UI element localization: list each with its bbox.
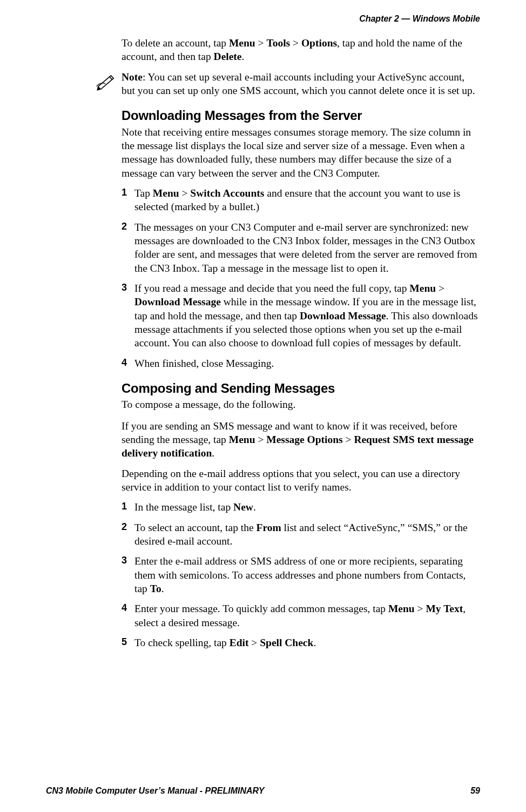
text: . — [212, 447, 214, 459]
text: If you read a message and decide that yo… — [134, 283, 409, 294]
bold-to: To — [150, 583, 161, 594]
list-item: 3 If you read a message and decide that … — [122, 281, 480, 350]
list-item: 4 When finished, close Messaging. — [122, 357, 480, 370]
bold-menu: Menu — [229, 37, 255, 49]
text: > — [436, 283, 444, 294]
bold-edit: Edit — [230, 637, 249, 648]
step-number: 1 — [122, 186, 127, 199]
list-item: 3 Enter the e-mail address or SMS addres… — [122, 554, 480, 595]
text: > — [179, 187, 191, 199]
bold-menu: Menu — [388, 603, 415, 614]
step-number: 4 — [122, 602, 127, 614]
delete-account-para: To delete an account, tap Menu > Tools >… — [122, 36, 480, 64]
text: To delete an account, tap — [122, 37, 229, 49]
text: In the message list, tap — [134, 501, 233, 513]
text: > — [255, 37, 267, 49]
text: > — [415, 603, 426, 614]
note-pencil-icon — [96, 72, 117, 95]
section2-intro: To compose a message, do the following. — [122, 398, 480, 411]
text: > — [248, 637, 260, 648]
section2-para2: If you are sending an SMS message and wa… — [122, 419, 480, 460]
list-item: 1 In the message list, tap New. — [122, 500, 480, 514]
text: To select an account, tap the — [134, 522, 257, 533]
text: > — [290, 37, 301, 49]
page-footer: CN3 Mobile Computer User’s Manual - PREL… — [46, 786, 480, 797]
bold-switch-accounts: Switch Accounts — [190, 187, 264, 199]
section1-intro: Note that receiving entire messages cons… — [122, 125, 480, 180]
page-content: To delete an account, tap Menu > Tools >… — [122, 35, 480, 656]
text: To check spelling, tap — [134, 637, 230, 648]
note-body: : You can set up several e-mail accounts… — [122, 71, 475, 96]
page-header: Chapter 2 — Windows Mobile — [359, 14, 480, 25]
list-item: 5 To check spelling, tap Edit > Spell Ch… — [122, 636, 480, 649]
text: . — [242, 51, 245, 62]
list-item: 1 Tap Menu > Switch Accounts and ensure … — [122, 186, 480, 214]
bold-menu: Menu — [153, 187, 179, 199]
list-item: 4 Enter your message. To quickly add com… — [122, 602, 480, 629]
list-item: 2 The messages on your CN3 Computer and … — [122, 220, 480, 275]
note-label: Note — [122, 71, 143, 83]
text: Enter your message. To quickly add commo… — [134, 603, 388, 614]
bold-tools: Tools — [266, 37, 290, 49]
text: Tap — [134, 187, 153, 199]
bold-menu: Menu — [409, 283, 436, 294]
text: The messages on your CN3 Computer and e-… — [134, 222, 477, 274]
bold-download-message: Download Message — [134, 296, 221, 307]
bold-spell-check: Spell Check — [260, 637, 313, 648]
note-text: Note: You can set up several e-mail acco… — [122, 70, 480, 98]
step-number: 3 — [122, 281, 127, 294]
step-number: 3 — [122, 554, 127, 567]
bold-new: New — [233, 501, 253, 513]
text: > — [343, 434, 354, 445]
bold-my-text: My Text — [426, 603, 463, 614]
step-number: 2 — [122, 220, 127, 233]
text: . — [313, 637, 316, 648]
text: > — [255, 434, 267, 445]
section1-list: 1 Tap Menu > Switch Accounts and ensure … — [122, 186, 480, 370]
page-number: 59 — [470, 786, 480, 797]
text: When finished, close Messaging. — [134, 358, 274, 369]
step-number: 5 — [122, 636, 127, 648]
bold-delete: Delete — [214, 51, 242, 62]
note-block: Note: You can set up several e-mail acco… — [122, 70, 480, 98]
step-number: 4 — [122, 357, 127, 369]
section-heading-downloading: Downloading Messages from the Server — [122, 107, 480, 124]
bold-message-options: Message Options — [266, 434, 342, 445]
text: . — [161, 583, 164, 594]
text: . — [253, 501, 256, 513]
footer-title: CN3 Mobile Computer User’s Manual - PREL… — [46, 786, 265, 797]
step-number: 1 — [122, 500, 127, 513]
chapter-label: Chapter 2 — Windows Mobile — [359, 14, 480, 23]
section2-para3: Depending on the e-mail address options … — [122, 467, 480, 494]
text: Enter the e-mail address or SMS address … — [134, 555, 466, 594]
section-heading-composing: Composing and Sending Messages — [122, 380, 480, 397]
bold-options: Options — [301, 37, 337, 49]
bold-from: From — [257, 522, 281, 533]
section2-list: 1 In the message list, tap New. 2 To sel… — [122, 500, 480, 649]
bold-menu: Menu — [229, 434, 255, 445]
bold-download-message: Download Message — [300, 310, 386, 321]
step-number: 2 — [122, 521, 127, 533]
list-item: 2 To select an account, tap the From lis… — [122, 521, 480, 548]
